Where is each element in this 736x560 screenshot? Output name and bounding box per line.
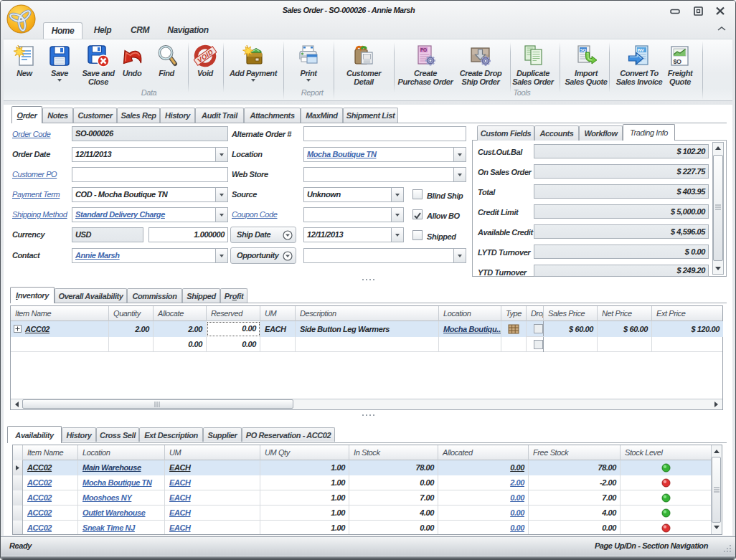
svg-text:PO: PO (420, 47, 427, 52)
svg-text:SQ: SQ (580, 48, 587, 52)
svg-text:$O: $O (674, 58, 682, 65)
svg-text:INV: INV (638, 48, 644, 52)
